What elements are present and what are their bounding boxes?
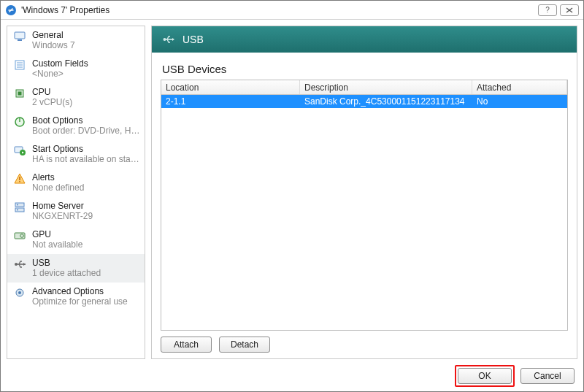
cell-attached: No bbox=[472, 96, 567, 107]
sidebar-item-label: Boot Options bbox=[32, 115, 142, 126]
svg-rect-9 bbox=[19, 118, 20, 122]
gear-icon bbox=[13, 286, 26, 299]
sidebar-item-custom-fields[interactable]: Custom Fields <None> bbox=[7, 55, 145, 83]
svg-rect-13 bbox=[19, 181, 20, 182]
sidebar-item-label: Start Options bbox=[32, 144, 142, 154]
sidebar-item-sub: Optimize for general use bbox=[32, 296, 128, 307]
client-area: General Windows 7 Custom Fields <None> bbox=[1, 20, 583, 391]
sidebar-item-sub: 2 vCPU(s) bbox=[32, 97, 72, 107]
svg-rect-12 bbox=[19, 177, 20, 180]
col-description[interactable]: Description bbox=[300, 80, 472, 94]
svg-point-17 bbox=[17, 210, 18, 211]
alert-icon bbox=[13, 172, 26, 185]
cell-description: SanDisk Corp._4C530001151223117134 bbox=[300, 96, 472, 107]
svg-point-16 bbox=[17, 204, 18, 206]
play-icon bbox=[13, 144, 26, 157]
svg-rect-4 bbox=[18, 39, 22, 41]
ok-highlight: OK bbox=[455, 365, 515, 387]
sidebar-item-label: CPU bbox=[32, 87, 72, 97]
col-location[interactable]: Location bbox=[161, 80, 300, 94]
table-row[interactable]: 2-1.1 SanDisk Corp._4C530001151223117134… bbox=[161, 95, 567, 108]
sidebar-item-sub: Windows 7 bbox=[32, 40, 75, 50]
sidebar-item-boot-options[interactable]: Boot Options Boot order: DVD-Drive, Har.… bbox=[7, 112, 145, 140]
help-button[interactable]: ? bbox=[538, 4, 557, 16]
sidebar-item-label: Advanced Options bbox=[32, 286, 128, 296]
section-title: USB Devices bbox=[162, 63, 566, 75]
detach-button[interactable]: Detach bbox=[219, 337, 270, 353]
svg-rect-14 bbox=[15, 203, 24, 207]
power-icon bbox=[13, 115, 26, 128]
app-icon bbox=[5, 4, 17, 16]
cancel-button[interactable]: Cancel bbox=[520, 368, 575, 384]
sidebar-item-sub: HA is not available on stan... bbox=[32, 154, 142, 164]
table-body[interactable]: 2-1.1 SanDisk Corp._4C530001151223117134… bbox=[161, 95, 567, 330]
sidebar-item-start-options[interactable]: Start Options HA is not available on sta… bbox=[7, 140, 145, 169]
attach-button[interactable]: Attach bbox=[161, 337, 212, 353]
close-button[interactable] bbox=[560, 4, 579, 16]
sidebar-item-sub: None defined bbox=[32, 182, 84, 193]
cpu-icon bbox=[13, 87, 26, 100]
sidebar-item-label: Custom Fields bbox=[32, 58, 88, 69]
gpu-icon bbox=[13, 229, 26, 242]
window-title: 'Windows 7' Properties bbox=[21, 5, 535, 15]
sidebar-item-sub: Not available bbox=[32, 239, 82, 250]
sidebar: General Windows 7 Custom Fields <None> bbox=[7, 26, 145, 359]
table-header: Location Description Attached bbox=[161, 80, 567, 95]
sidebar-item-general[interactable]: General Windows 7 bbox=[7, 26, 145, 55]
usb-icon bbox=[13, 258, 26, 271]
list-icon bbox=[13, 58, 26, 72]
sidebar-item-sub: <None> bbox=[32, 69, 88, 79]
sidebar-item-usb[interactable]: USB 1 device attached bbox=[7, 254, 145, 283]
titlebar[interactable]: 'Windows 7' Properties ? bbox=[1, 1, 583, 20]
sidebar-item-sub: Boot order: DVD-Drive, Har... bbox=[32, 126, 142, 136]
usb-icon bbox=[162, 33, 175, 46]
panel-title: USB bbox=[182, 34, 204, 45]
usb-devices-table: Location Description Attached 2-1.1 SanD… bbox=[161, 80, 568, 331]
sidebar-item-home-server[interactable]: Home Server NKGXENRT-29 bbox=[7, 197, 145, 226]
sidebar-item-sub: NKGXENRT-29 bbox=[32, 211, 93, 221]
sidebar-item-label: Alerts bbox=[32, 172, 84, 182]
sidebar-item-label: Home Server bbox=[32, 201, 93, 211]
sidebar-item-advanced-options[interactable]: Advanced Options Optimize for general us… bbox=[7, 283, 145, 311]
ok-button[interactable]: OK bbox=[458, 368, 512, 384]
panel-header: USB bbox=[152, 26, 577, 53]
sidebar-item-label: GPU bbox=[32, 229, 82, 239]
sidebar-item-alerts[interactable]: Alerts None defined bbox=[7, 169, 145, 197]
svg-point-22 bbox=[18, 291, 21, 294]
sidebar-item-sub: 1 device attached bbox=[32, 268, 101, 278]
properties-dialog: 'Windows 7' Properties ? General Windows… bbox=[0, 0, 584, 392]
server-icon bbox=[13, 201, 26, 214]
main-panel: USB USB Devices Location Description Att… bbox=[151, 26, 577, 359]
sidebar-item-label: General bbox=[32, 30, 75, 40]
sidebar-item-cpu[interactable]: CPU 2 vCPU(s) bbox=[7, 83, 145, 112]
col-attached[interactable]: Attached bbox=[472, 80, 567, 94]
sidebar-item-label: USB bbox=[32, 258, 101, 268]
panel-body: USB Devices Location Description Attache… bbox=[152, 53, 577, 358]
panel-actions: Attach Detach bbox=[161, 331, 568, 353]
sidebar-item-gpu[interactable]: GPU Not available bbox=[7, 226, 145, 254]
cell-location: 2-1.1 bbox=[161, 96, 300, 107]
svg-rect-15 bbox=[15, 208, 24, 212]
dialog-buttons: OK Cancel bbox=[455, 365, 575, 387]
monitor-icon bbox=[13, 30, 26, 43]
svg-rect-3 bbox=[15, 32, 25, 39]
svg-rect-7 bbox=[18, 92, 22, 96]
